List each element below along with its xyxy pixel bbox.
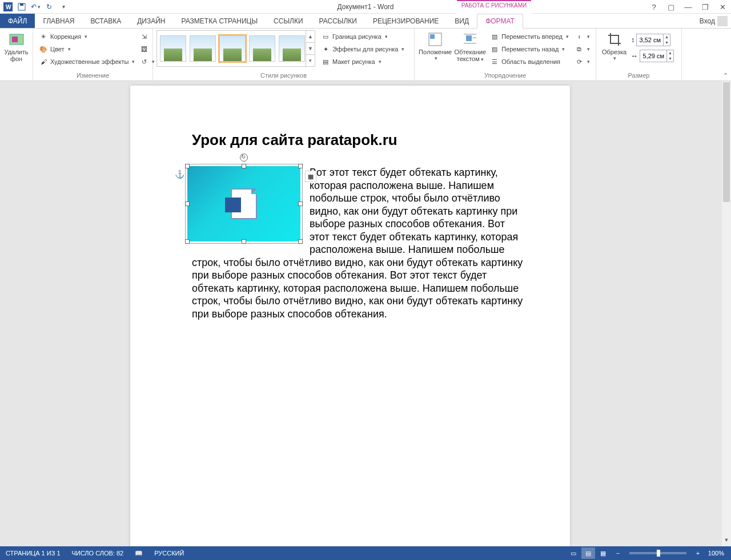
style-thumb-1[interactable] <box>160 35 186 62</box>
rotate-handle[interactable] <box>240 154 248 162</box>
remove-background-button[interactable]: Удалитьфон <box>3 30 29 63</box>
style-thumb-4[interactable] <box>249 35 275 62</box>
word-app-icon[interactable]: W <box>2 1 14 13</box>
handle-tl[interactable] <box>185 164 190 168</box>
width-up[interactable]: ▲ <box>667 50 673 56</box>
width-down[interactable]: ▼ <box>667 56 673 62</box>
zoom-in-icon[interactable]: + <box>691 547 705 559</box>
svg-text:W: W <box>6 4 11 10</box>
width-icon: ↔ <box>631 52 638 60</box>
crop-button[interactable]: Обрезка▾ <box>600 30 629 62</box>
handle-br[interactable] <box>298 239 303 244</box>
gallery-up-icon[interactable]: ▲ <box>306 31 315 43</box>
avatar-icon <box>717 16 728 26</box>
scroll-down-icon[interactable]: ▼ <box>722 537 731 546</box>
remove-background-icon <box>7 31 26 47</box>
tab-review[interactable]: РЕЦЕНЗИРОВАНИЕ <box>365 14 447 28</box>
wrap-text-button[interactable]: Обтеканиетекстом▾ <box>453 30 487 64</box>
handle-bm[interactable] <box>242 239 246 244</box>
status-words[interactable]: ЧИСЛО СЛОВ: 82 <box>66 550 130 557</box>
tab-home[interactable]: ГЛАВНАЯ <box>35 14 82 28</box>
handle-tm[interactable] <box>242 164 246 168</box>
width-spinner[interactable]: ▲▼ <box>640 50 674 62</box>
group-button[interactable]: ⧉▾ <box>572 43 592 55</box>
undo-icon[interactable]: ↶▾ <box>30 1 41 13</box>
height-input[interactable] <box>637 37 663 43</box>
qat-customize-icon[interactable]: ▾ <box>57 1 69 13</box>
word-doc-icon <box>231 188 257 219</box>
gallery-down-icon[interactable]: ▼ <box>306 43 315 55</box>
selection-pane-button[interactable]: ☰Область выделения <box>488 55 571 68</box>
collapse-ribbon-icon[interactable]: ⌃ <box>721 72 730 79</box>
height-spinner[interactable]: ▲▼ <box>636 34 670 46</box>
rotate-button[interactable]: ⟳▾ <box>572 55 592 68</box>
tab-file[interactable]: ФАЙЛ <box>0 14 35 28</box>
vertical-scrollbar[interactable]: ▲ ▼ <box>722 81 731 546</box>
corrections-button[interactable]: ☀Коррекция▾ <box>37 30 137 43</box>
send-backward-icon: ▨ <box>490 45 499 54</box>
height-down[interactable]: ▼ <box>664 40 670 46</box>
anchor-icon: ⚓ <box>175 170 184 179</box>
picture-effects-button[interactable]: ✦Эффекты для рисунка▾ <box>319 43 407 55</box>
picture-border-button[interactable]: ▭Граница рисунка▾ <box>319 30 407 43</box>
picture-styles-gallery[interactable]: ▲ ▼ ▾ <box>156 30 315 67</box>
tab-format[interactable]: ФОРМАТ <box>477 14 523 29</box>
send-backward-button[interactable]: ▨Переместить назад▾ <box>488 43 571 55</box>
selected-image[interactable]: ⚓ ▦ <box>187 166 300 241</box>
tab-references[interactable]: ССЫЛКИ <box>266 14 311 28</box>
status-proofing-icon[interactable]: 📖 <box>129 550 148 557</box>
zoom-out-icon[interactable]: − <box>611 547 625 559</box>
print-layout-icon[interactable]: ▤ <box>581 547 595 559</box>
tab-view[interactable]: ВИД <box>447 14 477 28</box>
zoom-thumb[interactable] <box>657 550 660 557</box>
handle-mr[interactable] <box>298 202 303 206</box>
save-icon[interactable] <box>16 1 27 13</box>
document-page[interactable]: Урок для сайта paratapok.ru ⚓ ▦ Вот этот… <box>130 86 570 546</box>
tab-mailings[interactable]: РАССЫЛКИ <box>311 14 365 28</box>
handle-ml[interactable] <box>185 202 190 206</box>
read-mode-icon[interactable]: ▭ <box>567 547 580 559</box>
redo-icon[interactable]: ↻ <box>43 1 55 13</box>
artistic-effects-button[interactable]: 🖌Художественные эффекты▾ <box>37 55 137 68</box>
picture-border-icon: ▭ <box>321 32 330 41</box>
corrections-icon: ☀ <box>39 32 48 41</box>
group-arrange: Положение▾ Обтеканиетекстом▾ ▧Переместит… <box>415 29 596 80</box>
picture-layout-button[interactable]: ▤Макет рисунка▾ <box>319 55 407 68</box>
close-icon[interactable]: ✕ <box>716 1 729 13</box>
tab-page-layout[interactable]: РАЗМЕТКА СТРАНИЦЫ <box>174 14 266 28</box>
align-button[interactable]: ⫞▾ <box>572 30 592 43</box>
svg-rect-8 <box>466 35 472 41</box>
web-layout-icon[interactable]: ▦ <box>596 547 610 559</box>
gallery-more-icon[interactable]: ▾ <box>306 55 315 66</box>
group-icon: ⧉ <box>575 45 584 54</box>
style-thumb-2[interactable] <box>190 35 216 62</box>
bring-forward-button[interactable]: ▧Переместить вперед▾ <box>488 30 571 43</box>
zoom-slider[interactable] <box>629 552 686 554</box>
handle-tr[interactable] <box>298 164 303 168</box>
height-up[interactable]: ▲ <box>664 34 670 40</box>
tab-insert[interactable]: ВСТАВКА <box>82 14 129 28</box>
position-button[interactable]: Положение▾ <box>418 30 452 62</box>
restore-icon[interactable]: ❐ <box>699 1 712 13</box>
handle-bl[interactable] <box>185 239 190 244</box>
style-thumb-3[interactable] <box>219 35 246 62</box>
ribbon: Удалитьфон ☀Коррекция▾ 🎨Цвет▾ 🖌Художеств… <box>0 29 731 81</box>
minimize-icon[interactable]: — <box>682 1 694 13</box>
status-language[interactable]: РУССКИЙ <box>148 550 190 557</box>
signin-button[interactable]: Вход <box>700 14 728 29</box>
layout-options-button[interactable]: ▦ <box>305 171 316 182</box>
color-button[interactable]: 🎨Цвет▾ <box>37 43 137 55</box>
width-input[interactable] <box>640 53 666 59</box>
scroll-thumb[interactable] <box>723 82 730 202</box>
contextual-tab-label: РАБОТА С РИСУНКАМИ <box>457 0 531 14</box>
status-page[interactable]: СТРАНИЦА 1 ИЗ 1 <box>0 550 66 557</box>
help-icon[interactable]: ? <box>648 1 660 13</box>
zoom-level[interactable]: 100% <box>706 550 726 557</box>
height-icon: ↕ <box>631 36 634 44</box>
color-icon: 🎨 <box>39 45 48 54</box>
ribbon-display-icon[interactable]: ▢ <box>665 1 677 13</box>
style-thumb-5[interactable] <box>279 35 305 62</box>
picture-effects-icon: ✦ <box>321 45 330 54</box>
tab-design[interactable]: ДИЗАЙН <box>129 14 173 28</box>
group-label-bg <box>3 71 29 80</box>
